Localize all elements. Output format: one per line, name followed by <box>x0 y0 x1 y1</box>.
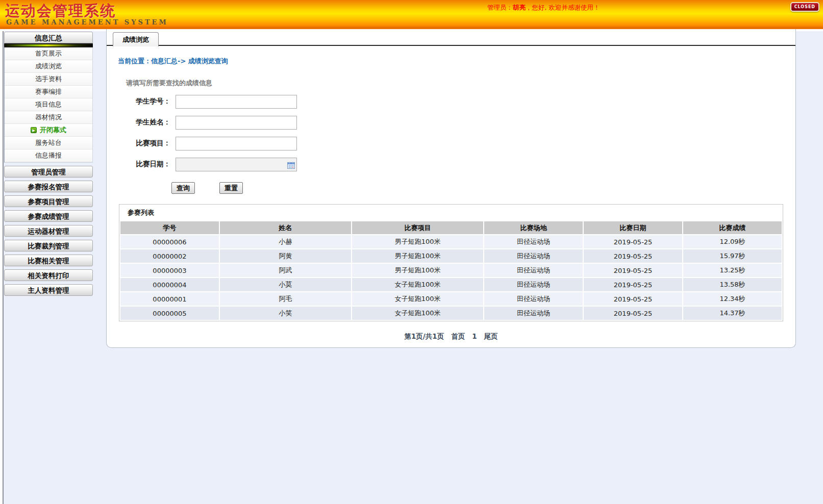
last-page-link[interactable]: 尾页 <box>484 332 498 340</box>
pagination: 第1页/共1页首页1尾页 <box>107 332 795 341</box>
table-cell: 田径运动场 <box>484 249 583 263</box>
table-cell: 阿毛 <box>220 292 351 306</box>
table-cell: 小赫 <box>220 235 351 248</box>
sidebar-item-link[interactable]: 器材情况 <box>5 111 92 124</box>
table-cell: 00000006 <box>120 235 219 248</box>
table-cell: 田径运动场 <box>484 235 583 248</box>
sidebar-item-label: 赛事编排 <box>35 87 62 96</box>
admin-greeting: 管理员：胡亮，您好, 欢迎并感谢使用！ <box>487 4 600 12</box>
table-cell: 女子短跑100米 <box>352 292 483 306</box>
sidebar-item-label: 成绩浏览 <box>35 62 62 71</box>
form-buttons: 查询 重置 <box>171 182 795 194</box>
green-arrow-icon: ▶ <box>31 127 37 133</box>
table-cell: 2019-05-25 <box>584 278 682 291</box>
app-header: 运动会管理系统 GAME MANAGEMENT SYSTEM 管理员：胡亮，您好… <box>0 0 823 29</box>
search-form: 学生学号：学生姓名：比赛项目：比赛日期： <box>107 94 795 171</box>
sidebar-section-header[interactable]: 运动器材管理 <box>4 225 93 237</box>
table-cell: 14.37秒 <box>683 307 782 320</box>
table-cell: 田径运动场 <box>484 278 583 291</box>
sidebar-section-header[interactable]: 参赛成绩管理 <box>4 210 93 222</box>
page-status: 第1页/共1页 <box>404 332 444 340</box>
tab-bar: 成绩浏览 <box>107 29 795 46</box>
tab-score-browse[interactable]: 成绩浏览 <box>113 32 159 46</box>
sidebar-item-link[interactable]: 服务站台 <box>5 137 92 149</box>
sidebar-item-link[interactable]: 首页展示 <box>5 47 92 60</box>
table-title: 参赛列表 <box>119 205 783 220</box>
sidebar-section-header[interactable]: 参赛项目管理 <box>4 195 93 207</box>
field-input-wrap <box>176 95 297 109</box>
field-label: 比赛项目： <box>130 139 170 148</box>
table-cell: 2019-05-25 <box>584 292 682 306</box>
sidebar-section-header[interactable]: 比赛相关管理 <box>4 255 93 266</box>
sidebar-section-header[interactable]: 参赛报名管理 <box>4 181 93 192</box>
sidebar-section-header[interactable]: 相关资料打印 <box>4 269 93 281</box>
sidebar-item-link[interactable]: 选手资料 <box>5 73 92 86</box>
sidebar-separator <box>4 43 93 47</box>
table-cell: 2019-05-25 <box>584 307 682 320</box>
table-row: 00000005小笑女子短跑100米田径运动场2019-05-2514.37秒 <box>120 307 782 320</box>
result-table-box: 参赛列表 学号姓名比赛项目比赛场地比赛日期比赛成绩 00000006小赫男子短跑… <box>119 204 783 321</box>
result-table: 学号姓名比赛项目比赛场地比赛日期比赛成绩 00000006小赫男子短跑100米田… <box>119 220 783 321</box>
field-input-wrap <box>176 116 297 130</box>
sidebar-item-link[interactable]: 项目信息 <box>5 98 92 111</box>
sidebar-item-link[interactable]: 赛事编排 <box>5 86 92 98</box>
table-cell: 女子短跑100米 <box>352 278 483 291</box>
text-input[interactable] <box>176 137 297 150</box>
table-header-cell: 姓名 <box>220 221 351 234</box>
table-row: 00000003阿武男子短跑100米田径运动场2019-05-2513.25秒 <box>120 264 782 277</box>
form-field-row: 学生学号： <box>130 94 795 109</box>
sidebar-item-active[interactable]: ▶开闭幕式 <box>5 124 92 137</box>
text-input[interactable] <box>176 95 297 109</box>
current-page-link[interactable]: 1 <box>472 332 477 340</box>
query-button[interactable]: 查询 <box>171 182 195 194</box>
sidebar-sections: 管理员管理参赛报名管理参赛项目管理参赛成绩管理运动器材管理比赛裁判管理比赛相关管… <box>4 166 93 296</box>
sidebar-item-label: 首页展示 <box>35 49 62 58</box>
table-header-cell: 学号 <box>120 221 219 234</box>
sidebar-section-header[interactable]: 比赛裁判管理 <box>4 240 93 251</box>
sidebar-item-link[interactable]: 信息播报 <box>5 149 92 162</box>
form-field-row: 比赛项目： <box>130 136 795 150</box>
table-cell: 13.25秒 <box>683 264 782 277</box>
table-cell: 阿武 <box>220 264 351 277</box>
table-cell: 男子短跑100米 <box>352 249 483 263</box>
table-cell: 女子短跑100米 <box>352 307 483 320</box>
sidebar: 信息汇总 首页展示成绩浏览选手资料赛事编排项目信息器材情况▶开闭幕式服务站台信息… <box>4 32 93 296</box>
sidebar-item-label: 器材情况 <box>35 113 62 122</box>
table-cell: 小莫 <box>220 278 351 291</box>
reset-button[interactable]: 重置 <box>219 182 243 194</box>
sidebar-item-label: 开闭幕式 <box>40 125 66 135</box>
first-page-link[interactable]: 首页 <box>451 332 465 340</box>
calendar-icon[interactable] <box>287 161 295 168</box>
table-cell: 13.58秒 <box>683 278 782 291</box>
table-header-cell: 比赛日期 <box>584 221 682 234</box>
form-field-row: 学生姓名： <box>130 115 795 130</box>
sidebar-item-link[interactable]: 成绩浏览 <box>5 60 92 73</box>
text-input[interactable] <box>176 116 297 130</box>
app-subtitle: GAME MANAGEMENT SYSTEM <box>6 18 168 26</box>
table-cell: 田径运动场 <box>484 264 583 277</box>
sidebar-item-label: 服务站台 <box>35 138 62 147</box>
table-row: 00000002阿黄男子短跑100米田径运动场2019-05-2515.97秒 <box>120 249 782 263</box>
table-cell: 00000002 <box>120 249 219 263</box>
table-cell: 2019-05-25 <box>584 264 682 277</box>
field-label: 学生姓名： <box>130 118 170 127</box>
sidebar-section-title[interactable]: 信息汇总 <box>4 32 93 43</box>
table-cell: 00000003 <box>120 264 219 277</box>
table-cell: 12.09秒 <box>683 235 782 248</box>
table-cell: 12.34秒 <box>683 292 782 306</box>
form-field-row: 比赛日期： <box>130 157 795 171</box>
sidebar-menu: 首页展示成绩浏览选手资料赛事编排项目信息器材情况▶开闭幕式服务站台信息播报 <box>4 47 93 163</box>
sidebar-item-label: 选手资料 <box>35 74 62 84</box>
sidebar-section-header[interactable]: 管理员管理 <box>4 166 93 178</box>
date-input[interactable] <box>176 158 297 171</box>
breadcrumb: 当前位置：信息汇总-> 成绩浏览查询 <box>118 57 795 66</box>
table-header-cell: 比赛项目 <box>352 221 483 234</box>
table-header-cell: 比赛成绩 <box>683 221 782 234</box>
closed-button[interactable]: CLOSED <box>790 2 819 12</box>
table-header-cell: 比赛场地 <box>484 221 583 234</box>
table-cell: 00000004 <box>120 278 219 291</box>
field-input-wrap <box>176 158 297 171</box>
sidebar-section-header[interactable]: 主人资料管理 <box>4 284 93 296</box>
field-label: 学生学号： <box>130 97 170 106</box>
table-header-row: 学号姓名比赛项目比赛场地比赛日期比赛成绩 <box>120 221 782 234</box>
